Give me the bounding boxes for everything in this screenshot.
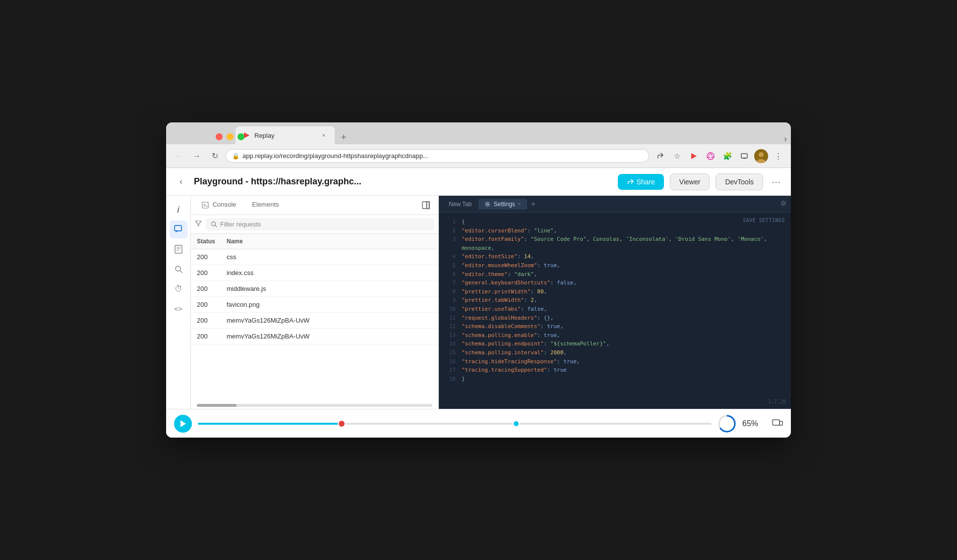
save-settings-button[interactable]: SAVE SETTINGS — [743, 217, 785, 224]
viewer-settings-gear-icon — [780, 200, 787, 207]
tab-bar: Replay × + › — [166, 122, 791, 144]
share-button[interactable]: Share — [618, 174, 664, 190]
svg-marker-0 — [244, 132, 249, 138]
network-row[interactable]: 200 index.css — [191, 265, 438, 281]
filter-bar: Filter requests — [191, 215, 438, 234]
share-page-icon[interactable] — [653, 149, 667, 163]
screen-icon[interactable] — [737, 149, 751, 163]
network-row[interactable]: 200 middleware.js — [191, 281, 438, 297]
page-title: Playground - https://hasreplay.graphc... — [194, 176, 612, 187]
tab-label: Replay — [254, 132, 274, 139]
avatar[interactable] — [754, 149, 768, 163]
network-row[interactable]: 200 css — [191, 249, 438, 265]
row-name: favicon.png — [227, 301, 432, 308]
devtools-tabs: Console Elements — [191, 196, 438, 215]
viewer-button[interactable]: Viewer — [670, 173, 710, 190]
filter-icon[interactable] — [195, 220, 202, 228]
traffic-lights — [216, 133, 244, 140]
code-line: 5 "editor.mouseWheelZoom": true, — [447, 261, 783, 270]
new-tab-button[interactable]: + — [337, 130, 351, 144]
replay-ext-svg — [690, 152, 698, 160]
share-icon — [627, 178, 634, 185]
row-status: 200 — [197, 285, 227, 292]
sidebar-item-search[interactable] — [170, 260, 187, 278]
tab-settings[interactable]: Settings × — [478, 199, 527, 210]
comments-icon — [174, 225, 183, 234]
extensions-icon[interactable]: 🧩 — [720, 149, 734, 163]
timeline-progress — [198, 423, 342, 425]
console-tab-icon — [202, 202, 209, 209]
svg-marker-27 — [180, 420, 186, 427]
sidebar-item-comments[interactable] — [170, 221, 187, 238]
viewer-panel: New Tab Settings × + SAVE SETTINGS 1 { — [439, 196, 791, 409]
avatar-image — [754, 149, 768, 163]
tab-new-tab[interactable]: New Tab — [443, 199, 478, 210]
screen-toggle-icon — [772, 419, 783, 428]
app-header: ‹ Playground - https://hasreplay.graphc.… — [166, 168, 791, 196]
status-column-header: Status — [197, 238, 227, 245]
row-status: 200 — [197, 253, 227, 261]
network-row[interactable]: 200 memvYaGs126MiZpBA-UvW — [191, 313, 438, 329]
sidebar-item-timer[interactable]: ⏱ — [170, 280, 187, 298]
tab-console[interactable]: Console — [195, 196, 243, 215]
tab-close-button[interactable]: × — [320, 131, 328, 139]
devtools-button[interactable]: DevTools — [716, 173, 763, 190]
network-row[interactable]: 200 memvYaGs126MiZpBA-UvW — [191, 329, 438, 344]
svg-rect-31 — [779, 421, 782, 425]
maximize-traffic-light[interactable] — [238, 133, 244, 140]
close-traffic-light[interactable] — [216, 133, 223, 140]
timeline-marker-red[interactable] — [338, 420, 346, 428]
settings-gear-icon — [484, 201, 490, 207]
forward-button[interactable]: → — [190, 149, 204, 163]
active-tab[interactable]: Replay × — [236, 126, 335, 144]
network-row[interactable]: 200 favicon.png — [191, 297, 438, 313]
filter-funnel-icon — [195, 221, 202, 226]
scroll-thumb[interactable] — [197, 404, 237, 407]
timeline-marker-blue[interactable] — [513, 420, 520, 427]
row-name: index.css — [227, 269, 432, 277]
svg-line-16 — [180, 271, 182, 273]
bookmark-icon[interactable]: ☆ — [670, 149, 684, 163]
svg-line-22 — [215, 225, 217, 227]
svg-rect-10 — [175, 225, 181, 231]
svg-rect-4 — [741, 154, 747, 158]
lock-icon: 🔒 — [232, 153, 239, 160]
code-line: 7 "general.keyboardShortcuts": false, — [447, 279, 783, 287]
sidebar-item-document[interactable] — [170, 240, 187, 258]
horizontal-scrollbar[interactable] — [197, 404, 432, 407]
tab-list-button[interactable]: › — [784, 134, 791, 144]
devtools-toggle-icon[interactable] — [418, 199, 434, 212]
filter-search-icon — [211, 221, 217, 227]
minimize-traffic-light[interactable] — [227, 133, 234, 140]
add-tab-button[interactable]: + — [528, 200, 538, 209]
tab-elements[interactable]: Elements — [245, 196, 286, 214]
toolbar-icons: ☆ 🧩 — [653, 149, 785, 163]
svg-point-8 — [759, 152, 764, 157]
code-line: 13 "schema.polling.enable": true, — [447, 331, 783, 340]
back-navigation-button[interactable]: ‹ — [174, 175, 188, 189]
graphql-extension-icon[interactable] — [704, 149, 718, 163]
chrome-menu-icon[interactable]: ⋮ — [771, 149, 785, 163]
sidebar-item-info[interactable]: i — [170, 201, 187, 219]
play-button[interactable] — [174, 415, 192, 433]
sidebar-item-code[interactable]: <> — [170, 300, 187, 318]
new-tab-label: New Tab — [449, 201, 472, 208]
code-editor[interactable]: SAVE SETTINGS 1 { 2 "editor.cursorBlend"… — [439, 213, 791, 409]
row-name: memvYaGs126MiZpBA-UvW — [227, 333, 432, 340]
url-bar[interactable]: 🔒 app.replay.io/recording/playground-htt… — [226, 149, 649, 163]
back-button[interactable]: ← — [172, 149, 186, 163]
screen-size-toggle[interactable] — [772, 419, 783, 428]
replay-extension-icon[interactable] — [687, 149, 701, 163]
code-line: 11 "request.globalHeaders": {}, — [447, 314, 783, 323]
code-line: 14 "schema.polling.endpoint": "${schemaP… — [447, 339, 783, 348]
header-more-button[interactable]: ⋯ — [769, 175, 783, 189]
filter-placeholder: Filter requests — [220, 221, 261, 228]
row-status: 200 — [197, 317, 227, 324]
svg-rect-11 — [175, 245, 182, 253]
timeline-container[interactable] — [198, 419, 712, 429]
filter-search-box[interactable]: Filter requests — [206, 218, 434, 230]
code-line: 18 } — [447, 375, 783, 384]
reload-button[interactable]: ↻ — [208, 149, 222, 163]
settings-tab-close[interactable]: × — [518, 201, 521, 207]
viewer-gear-icon[interactable] — [780, 200, 787, 209]
